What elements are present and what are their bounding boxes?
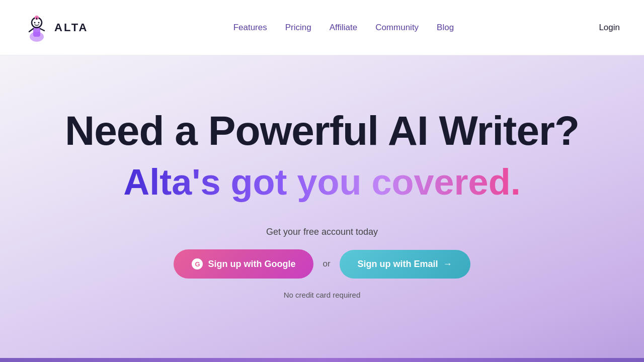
login-link[interactable]: Login bbox=[599, 23, 620, 33]
nav-item-affiliate[interactable]: Affiliate bbox=[330, 23, 357, 33]
hero-subtitle: Alta's got you covered. bbox=[123, 161, 520, 203]
hero-subtext: Get your free account today bbox=[266, 227, 378, 237]
nav-item-pricing[interactable]: Pricing bbox=[285, 23, 311, 33]
main-nav: Features Pricing Affiliate Community Blo… bbox=[233, 23, 454, 33]
nav-item-community[interactable]: Community bbox=[375, 23, 419, 33]
signup-google-label: Sign up with Google bbox=[208, 259, 295, 269]
no-credit-card-text: No credit card required bbox=[284, 291, 361, 299]
nav-item-features[interactable]: Features bbox=[233, 23, 267, 33]
arrow-right-icon: → bbox=[443, 259, 452, 269]
or-separator: or bbox=[323, 259, 330, 269]
logo-wordmark: ALTA bbox=[54, 21, 88, 34]
svg-line-5 bbox=[29, 29, 33, 32]
svg-line-6 bbox=[40, 29, 44, 31]
bottom-bar-decoration bbox=[0, 358, 644, 362]
logo[interactable]: ALTA bbox=[24, 13, 88, 43]
svg-point-7 bbox=[34, 22, 36, 23]
svg-point-8 bbox=[38, 22, 40, 23]
logo-icon bbox=[24, 13, 49, 43]
signup-email-label: Sign up with Email bbox=[358, 259, 438, 269]
header: ALTA Features Pricing Affiliate Communit… bbox=[0, 0, 644, 55]
hero-section: Need a Powerful AI Writer? Alta's got yo… bbox=[0, 55, 644, 362]
signup-email-button[interactable]: Sign up with Email → bbox=[340, 250, 470, 279]
cta-row: G Sign up with Google or Sign up with Em… bbox=[174, 249, 470, 279]
signup-google-button[interactable]: G Sign up with Google bbox=[174, 249, 313, 279]
google-icon: G bbox=[192, 258, 203, 269]
hero-title: Need a Powerful AI Writer? bbox=[65, 108, 579, 153]
nav-item-blog[interactable]: Blog bbox=[437, 23, 454, 33]
